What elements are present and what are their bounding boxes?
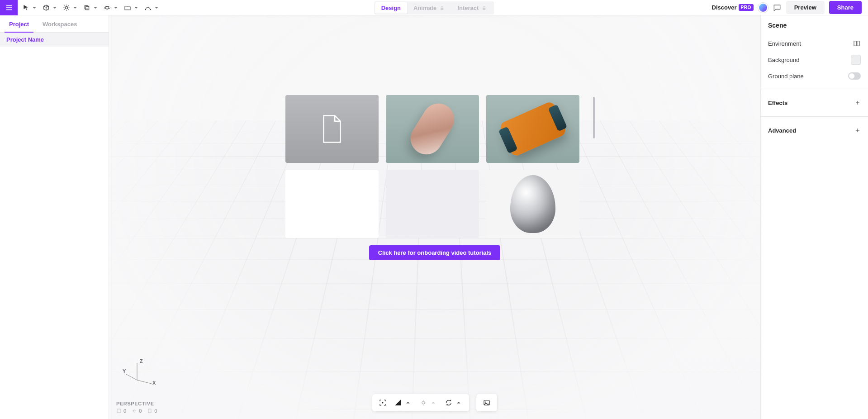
scene-title: Scene — [768, 22, 861, 29]
plus-icon — [854, 127, 861, 133]
comments-icon[interactable] — [773, 3, 782, 12]
template-cosmetic[interactable] — [386, 95, 479, 163]
tab-workspaces[interactable]: Workspaces — [40, 18, 80, 32]
share-button[interactable]: Share — [829, 1, 862, 14]
discover-label: Discover — [712, 4, 737, 11]
svg-rect-1 — [85, 6, 89, 10]
folder-tool[interactable] — [122, 1, 142, 14]
chevron-down-icon — [51, 4, 58, 11]
left-panel: Project Workspaces Project Name — [0, 15, 109, 419]
cube-icon — [43, 4, 50, 11]
light-tool[interactable] — [61, 1, 81, 14]
effects-section[interactable]: Effects — [761, 94, 868, 112]
mode-interact[interactable]: Interact — [451, 2, 493, 14]
topbar-right: Discover PRO Preview Share — [712, 1, 868, 14]
folder-icon — [124, 4, 131, 11]
focus-button[interactable] — [375, 396, 390, 409]
view-controls — [372, 394, 470, 412]
path-tool[interactable] — [142, 1, 162, 14]
mode-interact-label: Interact — [457, 5, 479, 11]
sun-icon — [63, 4, 70, 11]
orbit-icon — [104, 4, 111, 11]
chevron-up-icon — [455, 399, 463, 407]
duplicate-tool[interactable] — [81, 1, 101, 14]
icons-mosaic — [316, 175, 348, 233]
chevron-down-icon — [112, 4, 119, 11]
camera-icon — [419, 399, 427, 407]
effects-label: Effects — [768, 100, 787, 106]
mode-animate-label: Animate — [413, 5, 436, 11]
focus-icon — [379, 399, 387, 407]
ground-plane-toggle[interactable] — [848, 72, 861, 80]
cursor-icon — [22, 4, 29, 11]
mode-design-label: Design — [381, 5, 401, 11]
sync-icon — [445, 399, 453, 407]
file-icon — [321, 114, 343, 143]
background-row[interactable]: Background — [768, 52, 861, 68]
right-panel: Scene Environment Background Ground plan… — [760, 15, 868, 419]
cursor-tool[interactable] — [20, 1, 40, 14]
readout-pos: 0 — [116, 408, 126, 414]
preview-button[interactable]: Preview — [786, 1, 825, 14]
template-icons[interactable] — [285, 170, 379, 238]
svg-point-5 — [145, 9, 146, 10]
advanced-section[interactable]: Advanced — [761, 121, 868, 139]
hamburger-icon — [5, 4, 13, 12]
pro-badge: PRO — [739, 4, 754, 11]
ground-label: Ground plane — [768, 73, 804, 80]
svg-rect-10 — [117, 409, 121, 413]
camera-readout: PERSPECTIVE 0 0 0 — [116, 401, 157, 414]
svg-point-6 — [150, 9, 151, 10]
svg-rect-2 — [85, 5, 88, 9]
environment-row[interactable]: Environment — [768, 35, 861, 52]
snapshot-button[interactable] — [479, 396, 494, 409]
background-swatch[interactable] — [851, 55, 861, 65]
snapshot-group — [476, 394, 498, 412]
left-panel-tabs: Project Workspaces — [0, 15, 109, 33]
svg-point-12 — [422, 401, 425, 404]
divider — [761, 89, 868, 89]
viewport[interactable]: Click here for onboarding video tutorial… — [109, 15, 760, 419]
user-avatar[interactable] — [758, 3, 768, 13]
top-toolbar: Design Animate Interact Discover PRO Pre… — [0, 0, 868, 15]
onboarding-button[interactable]: Click here for onboarding video tutorial… — [369, 245, 501, 260]
svg-point-4 — [104, 6, 110, 9]
duplicate-icon — [83, 4, 90, 11]
material-tool[interactable] — [102, 1, 121, 14]
readout-title: PERSPECTIVE — [116, 401, 157, 406]
mode-animate[interactable]: Animate — [407, 2, 451, 14]
template-head[interactable] — [486, 170, 579, 238]
main-area: Project Workspaces Project Name — [0, 15, 868, 419]
template-isometric[interactable] — [386, 170, 479, 238]
template-buckle[interactable] — [486, 95, 579, 163]
shading-button[interactable] — [390, 396, 416, 409]
camera-button — [416, 396, 441, 409]
chevron-down-icon — [31, 4, 38, 11]
divider — [761, 116, 868, 117]
svg-point-11 — [382, 402, 384, 404]
plus-icon — [854, 100, 861, 106]
mode-design[interactable]: Design — [375, 2, 407, 14]
chevron-up-icon — [404, 399, 412, 407]
toolbar-tools — [18, 1, 165, 14]
shapes-tool[interactable] — [41, 1, 60, 14]
chevron-down-icon — [153, 4, 160, 11]
readout-rot: 0 — [132, 408, 142, 414]
iso-shapes — [415, 176, 450, 233]
tab-project[interactable]: Project — [6, 18, 32, 32]
project-name-row[interactable]: Project Name — [0, 33, 109, 47]
render-button[interactable] — [441, 396, 466, 409]
readout-scale: 0 — [147, 408, 157, 414]
library-icon[interactable] — [853, 39, 861, 48]
background-label: Background — [768, 57, 799, 63]
discover-link[interactable]: Discover PRO — [712, 4, 754, 11]
main-menu-button[interactable] — [0, 0, 18, 15]
lock-icon — [481, 5, 487, 11]
template-blank[interactable] — [285, 95, 379, 163]
svg-point-0 — [65, 6, 67, 9]
pen-icon — [144, 4, 152, 11]
advanced-label: Advanced — [768, 127, 796, 134]
ground-plane-row: Ground plane — [768, 68, 861, 84]
gallery-scrollbar[interactable] — [593, 97, 595, 138]
chevron-down-icon — [133, 4, 140, 11]
